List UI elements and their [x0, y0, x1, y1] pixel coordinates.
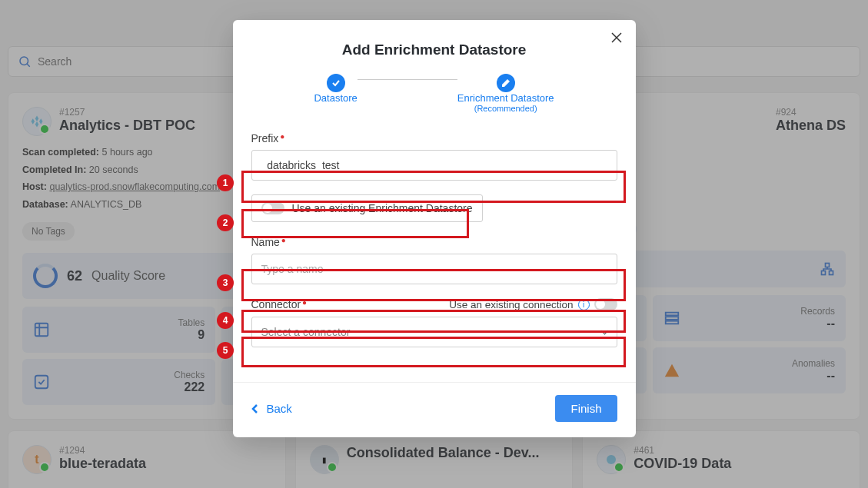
- connector-select[interactable]: Select a connector: [251, 317, 617, 347]
- close-button[interactable]: [611, 31, 622, 47]
- check-icon: [331, 78, 341, 88]
- finish-button[interactable]: Finish: [555, 395, 617, 422]
- toggle-switch[interactable]: [261, 202, 284, 214]
- select-placeholder: Select a connector: [261, 326, 351, 338]
- use-existing-enrichment-toggle-row[interactable]: Use an existing Enrichment Datastore: [251, 194, 483, 222]
- step-label: Enrichment Datastore: [457, 92, 554, 104]
- step-enrichment-icon[interactable]: [497, 74, 515, 92]
- chevron-left-icon: [251, 403, 259, 414]
- add-enrichment-datastore-modal: Add Enrichment Datastore Datastore _ Enr…: [233, 20, 636, 437]
- use-existing-connection-toggle[interactable]: [594, 298, 617, 310]
- use-existing-connection-label: Use an existing connection: [449, 299, 573, 310]
- back-button[interactable]: Back: [251, 402, 292, 415]
- connector-label: Connector●: [251, 298, 308, 310]
- step-datastore-icon[interactable]: [327, 74, 345, 92]
- step-sublabel: (Recommended): [474, 104, 537, 113]
- step-label: Datastore: [314, 92, 357, 104]
- name-input[interactable]: [251, 254, 617, 284]
- name-label: Name●: [251, 236, 617, 248]
- toggle-label: Use an existing Enrichment Datastore: [292, 202, 473, 214]
- chevron-down-icon: [600, 327, 608, 334]
- close-icon: [611, 32, 622, 43]
- modal-title: Add Enrichment Datastore: [233, 20, 636, 74]
- info-icon[interactable]: i: [578, 299, 590, 310]
- prefix-input[interactable]: [251, 150, 617, 181]
- prefix-label: Prefix●: [251, 132, 617, 144]
- pencil-icon: [501, 78, 510, 88]
- stepper: Datastore _ Enrichment Datastore (Recomm…: [233, 74, 636, 132]
